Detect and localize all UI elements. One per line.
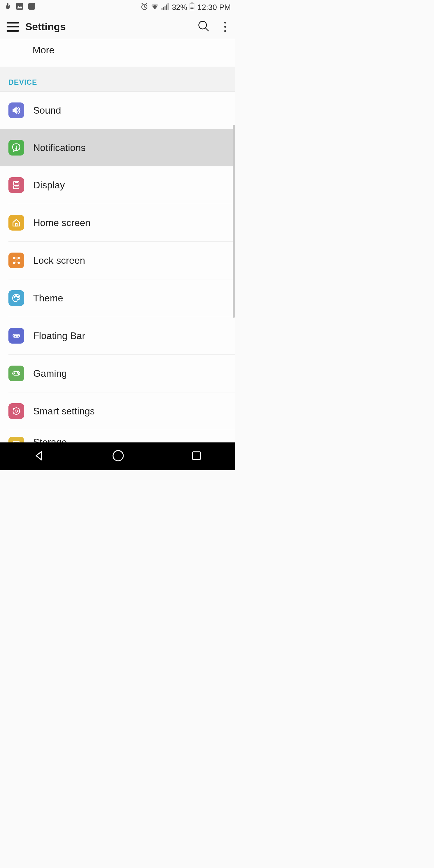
gaming-icon [8,366,24,381]
svg-point-42 [113,451,123,461]
svg-rect-7 [167,3,168,10]
navigation-bar [0,442,235,470]
signal-icon [161,3,169,12]
scrollbar[interactable] [233,125,235,318]
status-left-icons [4,2,36,12]
item-notifications[interactable]: Notifications [0,129,235,166]
notification-square-icon [28,2,36,12]
item-label: Theme [33,293,63,304]
svg-rect-4 [163,7,164,10]
svg-rect-10 [190,7,193,9]
item-gaming[interactable]: Gaming [0,355,235,392]
storage-icon [8,437,24,442]
item-sound[interactable]: Sound [0,92,235,129]
item-theme[interactable]: Theme [0,279,235,317]
screen: 32% 12:30 PM Settings More DEVICE [0,0,235,470]
svg-rect-1 [28,3,35,10]
item-display[interactable]: Display [0,166,235,204]
status-bar: 32% 12:30 PM [0,0,235,14]
item-floating-bar[interactable]: Floating Bar [0,317,235,354]
wifi-icon [151,3,159,12]
item-label: Lock screen [33,255,85,266]
svg-point-37 [15,410,18,412]
search-button[interactable] [198,20,210,33]
svg-point-25 [16,296,17,297]
svg-point-29 [16,335,17,336]
notifications-icon [8,140,24,156]
svg-rect-5 [164,6,165,10]
section-header-device: DEVICE [0,67,235,92]
svg-rect-15 [13,181,19,185]
status-right: 32% 12:30 PM [141,2,231,12]
menu-button[interactable] [7,22,19,32]
item-label: Sound [33,105,61,116]
item-label: Notifications [33,142,86,153]
page-title: Settings [25,21,66,33]
alarm-icon [141,2,148,12]
settings-list[interactable]: More DEVICE Sound Notifications Display [0,39,235,442]
home-icon [8,215,24,230]
battery-icon [190,2,194,12]
notification-touch-icon [4,2,11,12]
svg-point-14 [16,148,17,149]
svg-point-24 [14,296,15,298]
svg-rect-43 [193,452,200,460]
item-storage[interactable]: Storage 26.91 GB used of 64.00 GB [0,430,235,442]
home-button[interactable] [112,450,124,463]
svg-point-28 [14,335,15,336]
svg-point-30 [17,335,18,336]
item-label: Display [33,180,65,191]
item-label: Smart settings [33,406,95,417]
back-button[interactable] [33,450,45,463]
overflow-menu-button[interactable] [222,20,228,34]
item-label: Floating Bar [33,330,85,341]
svg-line-12 [206,28,209,31]
battery-percent: 32% [172,3,187,12]
display-icon [8,177,24,193]
theme-icon [8,290,24,306]
floating-bar-icon [8,328,24,344]
item-label: Storage [33,437,133,442]
svg-point-35 [19,374,19,375]
item-label: Gaming [33,368,67,379]
app-bar: Settings [0,14,235,39]
svg-point-11 [199,21,207,29]
smart-settings-icon [8,403,24,419]
lock-icon [8,253,24,268]
more-label: More [33,44,55,56]
item-lock-screen[interactable]: Lock screen [0,242,235,279]
more-item[interactable]: More [0,39,235,67]
svg-rect-3 [161,8,162,10]
svg-rect-19 [16,224,17,226]
svg-point-26 [18,296,19,298]
svg-rect-0 [16,3,23,10]
notification-image-icon [16,2,24,12]
item-label: Home screen [33,217,90,228]
svg-rect-6 [166,4,167,10]
item-home-screen[interactable]: Home screen [0,204,235,241]
svg-rect-38 [13,441,19,442]
clock-time: 12:30 PM [197,3,231,12]
item-smart-settings[interactable]: Smart settings [0,393,235,430]
sound-icon [8,102,24,118]
svg-point-34 [18,373,19,373]
recent-apps-button[interactable] [191,450,202,462]
